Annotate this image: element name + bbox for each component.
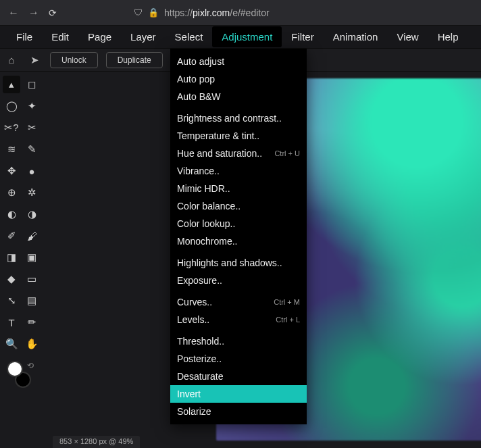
foreground-swatch[interactable]	[7, 361, 23, 377]
forward-button[interactable]: →	[28, 7, 39, 19]
tool-eyedropper[interactable]: ✐	[3, 227, 20, 245]
tool-cut[interactable]: ✂	[23, 119, 41, 136]
browser-chrome: ← → ⟳ 🛡 🔒 https://pixlr.com/e/#editor	[0, 0, 481, 26]
menu-help[interactable]: Help	[428, 26, 468, 47]
menu-item-auto-b-w[interactable]: Auto B&W	[170, 88, 307, 105]
menu-item-auto-adjust[interactable]: Auto adjust	[170, 53, 307, 70]
lock-icon: 🔒	[148, 7, 159, 18]
tool-liquify[interactable]: ≋	[3, 141, 20, 158]
menu-item-color-balance[interactable]: Color balance..	[170, 197, 307, 215]
back-button[interactable]: ←	[8, 7, 19, 19]
duplicate-button[interactable]: Duplicate	[106, 52, 163, 68]
tool-eraser[interactable]: ◨	[3, 249, 20, 266]
menu-item-curves[interactable]: Curves..Ctrl + M	[170, 293, 307, 311]
tool-fill[interactable]: ▣	[23, 249, 41, 266]
pointer-icon[interactable]: ➤	[27, 54, 42, 66]
tool-hand[interactable]: ✋	[23, 335, 41, 353]
tool-gradient[interactable]: ◆	[3, 270, 20, 288]
menu-filter[interactable]: Filter	[282, 26, 323, 47]
menu-file[interactable]: File	[7, 26, 42, 47]
tool-layers[interactable]: ▤	[23, 292, 41, 309]
menu-item-highlights-and-shadows[interactable]: Highlights and shadows..	[170, 254, 307, 272]
menu-animation[interactable]: Animation	[324, 26, 388, 47]
menu-select[interactable]: Select	[166, 26, 213, 47]
menu-page[interactable]: Page	[78, 26, 121, 47]
tool-transform[interactable]: ⤡	[3, 292, 20, 309]
menu-item-vibrance[interactable]: Vibrance..	[170, 162, 307, 180]
menu-item-exposure[interactable]: Exposure..	[170, 272, 307, 289]
menu-item-mimic-hdr[interactable]: Mimic HDR..	[170, 180, 307, 197]
menubar: FileEditPageLayerSelectAdjustmentFilterA…	[0, 26, 481, 49]
tool-lasso[interactable]: ◯	[3, 97, 20, 115]
menu-item-color-lookup[interactable]: Color lookup..	[170, 215, 307, 232]
menu-item-posterize[interactable]: Posterize..	[170, 350, 307, 368]
tool-crop[interactable]: ✂?	[3, 119, 20, 136]
tool-pen[interactable]: ✎	[23, 141, 41, 158]
menu-item-solarize[interactable]: Solarize	[170, 403, 307, 420]
color-swatches[interactable]: ⟲	[3, 361, 41, 395]
tool-dodge[interactable]: ◐	[3, 205, 20, 223]
menu-item-brightness-and-contrast[interactable]: Brightness and contrast..	[170, 109, 307, 127]
home-icon[interactable]: ⌂	[4, 54, 19, 66]
menu-view[interactable]: View	[387, 26, 428, 47]
tool-text[interactable]: T	[3, 314, 20, 331]
tool-brush[interactable]: 🖌	[23, 227, 41, 245]
menu-item-temperature-tint[interactable]: Temperature & tint..	[170, 127, 307, 145]
tool-blur[interactable]: ●	[23, 162, 41, 180]
unlock-button[interactable]: Unlock	[50, 52, 98, 68]
swap-colors-icon[interactable]: ⟲	[27, 361, 34, 370]
tool-wand[interactable]: ✦	[23, 97, 41, 115]
tool-draw[interactable]: ✏	[23, 314, 41, 331]
tool-clone[interactable]: ✥	[3, 162, 20, 180]
menu-item-monochrome[interactable]: Monochrome..	[170, 232, 307, 250]
menu-item-hue-and-saturation[interactable]: Hue and saturation..Ctrl + U	[170, 145, 307, 162]
address-bar[interactable]: 🛡 🔒 https://pixlr.com/e/#editor	[134, 7, 473, 18]
reload-button[interactable]: ⟳	[49, 7, 57, 18]
tool-disperse[interactable]: ✲	[23, 184, 41, 201]
tool-marquee[interactable]: ◻	[23, 76, 41, 93]
menu-item-invert[interactable]: Invert	[170, 385, 307, 403]
tool-arrow-select[interactable]: ▴	[3, 76, 20, 93]
menu-item-levels[interactable]: Levels..Ctrl + L	[170, 311, 307, 328]
menu-item-desaturate[interactable]: Desaturate	[170, 368, 307, 385]
menu-item-auto-pop[interactable]: Auto pop	[170, 70, 307, 88]
url-text: https://pixlr.com/e/#editor	[164, 7, 270, 18]
menu-layer[interactable]: Layer	[121, 26, 166, 47]
tool-pattern[interactable]: ⊕	[3, 184, 20, 201]
adjustment-menu: Auto adjustAuto popAuto B&WBrightness an…	[170, 49, 307, 424]
tool-shape[interactable]: ▭	[23, 270, 41, 288]
shield-icon: 🛡	[134, 7, 143, 18]
tool-sponge[interactable]: ◑	[23, 205, 41, 223]
tool-palette: ▴◻◯✦✂?✂≋✎✥●⊕✲◐◑✐🖌◨▣◆▭⤡▤T✏🔍✋⟲	[0, 72, 43, 448]
tool-zoom[interactable]: 🔍	[3, 335, 20, 353]
status-bar: 853 × 1280 px @ 49%	[53, 436, 140, 448]
menu-item-threshold[interactable]: Threshold..	[170, 332, 307, 350]
menu-edit[interactable]: Edit	[42, 26, 78, 47]
menu-adjustment[interactable]: Adjustment	[212, 26, 282, 47]
